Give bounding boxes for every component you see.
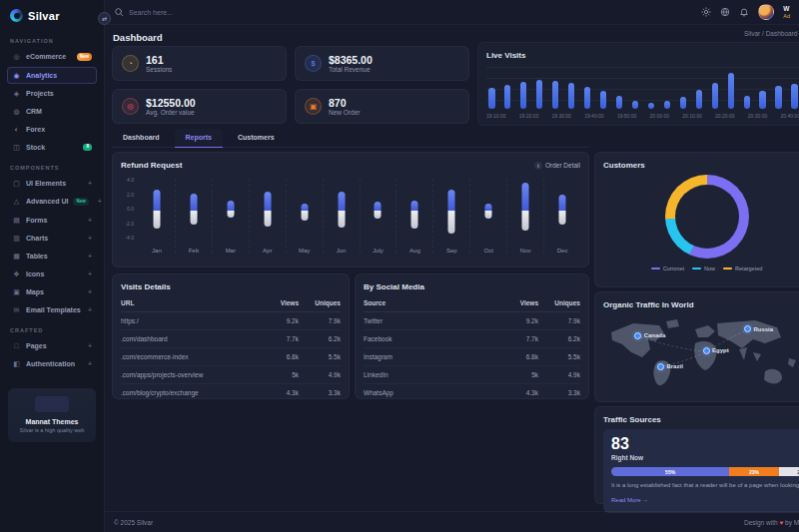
month-label: July	[361, 248, 397, 254]
progress-segment: 22%	[779, 467, 799, 476]
tab-dashboard[interactable]: Dashboard	[112, 129, 171, 147]
table-row: Facebook7.7k6.2k	[364, 330, 580, 348]
language-globe-icon[interactable]	[720, 7, 730, 17]
refund-bar-group	[287, 179, 323, 243]
value-cell: 5.5k	[538, 348, 580, 366]
expand-plus-icon: +	[88, 288, 92, 295]
sidebar-item-icons[interactable]: ❖Icons+	[7, 266, 97, 282]
stat-label: Sessions	[146, 66, 172, 73]
sidebar-item-stock[interactable]: ◫Stock8	[7, 139, 97, 157]
table-row: LinkedIn5k4.9k	[364, 366, 580, 384]
order-detail-action[interactable]: i Order Detail	[534, 162, 580, 170]
row-label-cell: LinkedIn	[364, 366, 496, 384]
sidebar-item-email-templates[interactable]: ✉Email Templates+	[7, 301, 97, 318]
row-label-cell: WhatsApp	[364, 384, 496, 402]
user-name: W	[783, 5, 790, 13]
user-avatar[interactable]	[758, 4, 774, 20]
bar-positive	[227, 201, 234, 211]
stat-body: 870New Order	[329, 97, 360, 116]
legend-marker	[651, 267, 660, 270]
notifications-bell-icon[interactable]	[739, 7, 749, 17]
bar	[791, 84, 798, 109]
expand-plus-icon: +	[88, 235, 92, 242]
sidebar: Silvar NAVIGATION◎eCommerceNew◉Analytics…	[0, 0, 105, 532]
sidebar-item-projects[interactable]: ◈Projects	[7, 85, 97, 102]
refund-bar-group	[213, 179, 249, 243]
map-markers: CanadaRussiaEgyptBrazil	[603, 314, 799, 394]
user-role: Ad	[783, 13, 790, 20]
new-order-cart-icon: ▣	[305, 98, 322, 115]
marker-dot-icon	[657, 363, 664, 370]
search-input[interactable]	[129, 9, 259, 16]
sidebar-item-crm[interactable]: ◍CRM	[7, 103, 97, 120]
analytics-icon: ◉	[12, 72, 21, 79]
stat-label: Avg. Order value	[146, 109, 196, 116]
sidebar-item-forms[interactable]: ▤Forms+	[7, 212, 97, 229]
stat-body: $8365.00Total Revenue	[329, 54, 373, 73]
forex-icon: ◐	[12, 126, 21, 133]
order-detail-label: Order Detail	[545, 162, 580, 169]
axis-tick-label: 0.0	[121, 206, 134, 212]
tab-reports[interactable]: Reports	[175, 129, 223, 147]
column-header: Source	[364, 294, 496, 312]
axis-tick-label: 4.0	[121, 177, 134, 183]
refund-chart: 4.02.00.0-2.0-4.0 JanFebMarAprMayJunJuly…	[121, 179, 580, 254]
axis-tick-label: 19:40:00	[584, 113, 603, 119]
sidebar-item-label: Stock	[26, 144, 45, 151]
world-traffic-card: Organic Traffic In World	[594, 291, 799, 402]
stat-value: $12550.00	[146, 97, 196, 109]
sidebar-item-maps[interactable]: ▣Maps+	[7, 283, 97, 300]
stat-label: New Order	[329, 109, 360, 116]
logo[interactable]: Silvar	[0, 0, 104, 29]
value-cell: 6.8k	[257, 348, 299, 366]
sidebar-item-tables[interactable]: ▦Tables+	[7, 248, 97, 265]
sidebar-collapse-button[interactable]: ⇄	[98, 12, 111, 25]
expand-plus-icon: +	[88, 270, 92, 277]
marker-label: Egypt	[712, 347, 729, 353]
breadcrumb[interactable]: Silvar / Dashboard	[744, 30, 797, 37]
bar	[728, 73, 735, 109]
sidebar-item-forex[interactable]: ◐Forex	[7, 121, 97, 138]
projects-icon: ◈	[12, 90, 21, 97]
bar-positive	[301, 204, 308, 211]
icons-icon: ❖	[12, 270, 21, 277]
bar	[632, 101, 639, 109]
row-label-cell: Twitter	[364, 312, 496, 330]
customers-title: Customers	[603, 161, 799, 170]
refund-request-card: Refund Request i Order Detail 4.02.00.0-…	[112, 152, 589, 267]
sidebar-item-ecommerce[interactable]: ◎eCommerceNew	[7, 48, 97, 66]
donut-chart	[665, 175, 749, 259]
sidebar-item-pages[interactable]: □Pages+	[7, 337, 97, 354]
sidebar-item-ui-elements[interactable]: ▢UI Elements+	[7, 175, 97, 192]
bar-negative	[375, 211, 382, 219]
search-box	[114, 7, 259, 17]
stat-card-total-revenue: $$8365.00Total Revenue	[295, 46, 469, 81]
row-label-cell: .com/ecommerce-index	[121, 348, 257, 366]
footer-credit-post: by Mannat Themes	[785, 519, 799, 526]
read-more-link[interactable]: Read More →	[611, 497, 648, 503]
marker-dot-icon	[703, 347, 710, 354]
page-title: Dashboard	[113, 32, 163, 43]
sessions-clock-icon: ◔	[122, 55, 139, 72]
bar-negative	[522, 211, 529, 231]
legend-label: Now	[704, 266, 715, 271]
table-row: WhatsApp4.3k3.3k	[364, 384, 580, 402]
map-marker-brazil: Brazil	[657, 363, 683, 370]
sidebar-item-advanced-ui[interactable]: △Advanced UINew+	[7, 193, 97, 211]
app-root: Silvar NAVIGATION◎eCommerceNew◉Analytics…	[0, 0, 799, 532]
section-label-components: COMPONENTS	[10, 165, 94, 171]
row-label-cell: .com/blog/crypto/exchange	[121, 384, 257, 402]
traffic-progress-bar: 55%23%22%	[611, 467, 799, 476]
marker-label: Canada	[644, 332, 666, 338]
user-meta: W Ad	[783, 5, 790, 19]
expand-plus-icon: +	[88, 306, 92, 313]
sidebar-item-charts[interactable]: ▥Charts+	[7, 230, 97, 247]
axis-tick-label: 19:30:00	[551, 113, 570, 119]
sidebar-item-analytics[interactable]: ◉Analytics	[7, 67, 97, 84]
theme-sun-icon[interactable]	[701, 7, 711, 17]
traffic-sources-title: Traffic Sources	[603, 415, 799, 424]
sidebar-item-authentication[interactable]: ◧Authentication+	[7, 355, 97, 372]
refund-month-column: Apr	[250, 179, 287, 254]
sidebar-item-label: Advanced UI	[26, 198, 68, 205]
tab-customers[interactable]: Customers	[227, 129, 286, 147]
